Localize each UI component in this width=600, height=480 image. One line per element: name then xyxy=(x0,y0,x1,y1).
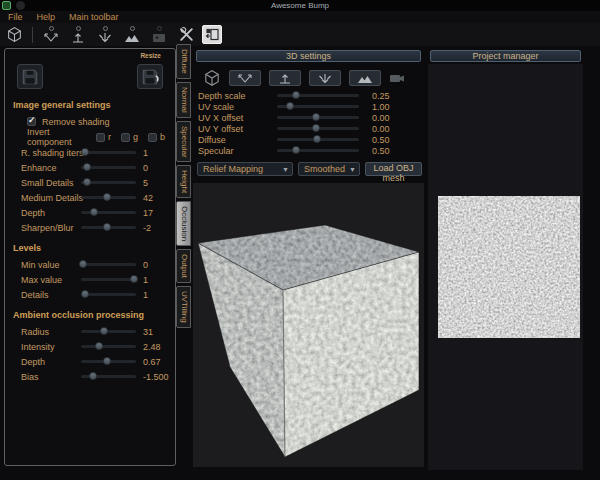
slider-handle[interactable] xyxy=(100,327,108,335)
slider-handle[interactable] xyxy=(90,208,98,216)
remove-shading-checkbox[interactable]: ✓ xyxy=(27,117,36,126)
show-normal-button[interactable] xyxy=(229,70,261,86)
cube-icon xyxy=(203,69,221,87)
load-obj-button[interactable]: Load OBJ mesh xyxy=(365,162,422,176)
cube-3d-icon[interactable] xyxy=(3,24,25,45)
intensity-slider[interactable] xyxy=(81,345,136,348)
bias-slider[interactable] xyxy=(81,375,136,378)
slider-handle[interactable] xyxy=(313,135,321,143)
min-value-slider[interactable] xyxy=(81,263,136,266)
radio-dot xyxy=(76,26,81,31)
camera-icon xyxy=(389,73,405,84)
height-map-icon[interactable] xyxy=(67,24,89,45)
radius-slider[interactable] xyxy=(81,330,136,333)
ao-depth-slider[interactable] xyxy=(81,360,136,363)
image-map-icon[interactable] xyxy=(148,24,170,45)
3d-settings-panel: 3D settings Depth scale 0.25 UV scale 1.… xyxy=(193,46,424,470)
slider-row: Depth 17 xyxy=(5,205,175,220)
slider-handle[interactable] xyxy=(103,223,111,231)
image-settings-panel: Resize Image general settings ✓ Remove s… xyxy=(4,48,176,466)
sharpen-blur-slider[interactable] xyxy=(81,226,136,229)
slider-row: UV scale 1.00 xyxy=(193,101,424,112)
toolbar-separator xyxy=(32,27,33,43)
slider-handle[interactable] xyxy=(83,178,91,186)
main-toolbar xyxy=(0,23,600,46)
invert-g-checkbox[interactable] xyxy=(121,133,130,142)
slider-handle[interactable] xyxy=(312,124,320,132)
slider-handle[interactable] xyxy=(130,275,138,283)
tab-diffuse[interactable]: Diffuse xyxy=(176,44,191,79)
uv-y-offset-slider[interactable] xyxy=(277,127,359,130)
slider-row: Depth scale 0.25 xyxy=(193,90,424,101)
tab-specular[interactable]: Specular xyxy=(176,121,191,163)
menu-main-toolbar[interactable]: Main toolbar xyxy=(69,12,119,22)
medium-details-slider[interactable] xyxy=(81,196,136,199)
invert-component-row: Invert component r g b xyxy=(5,129,175,145)
mesh-options-row: Relief Mapping ▼ SmoothedCube ▼ Load OBJ… xyxy=(193,156,424,176)
3d-viewport[interactable] xyxy=(193,183,424,467)
radio-dot xyxy=(157,26,162,31)
section-heading-ao: Ambient occlusion processing xyxy=(5,302,175,324)
slider-handle[interactable] xyxy=(79,260,87,268)
slider-row: UV X offset 0.00 xyxy=(193,112,424,123)
radio-dot xyxy=(130,26,135,31)
save-as-button[interactable] xyxy=(137,64,163,89)
mesh-combo[interactable]: SmoothedCube ▼ xyxy=(298,162,360,176)
slider-row: Diffuse 0.50 xyxy=(193,134,424,145)
project-manager-header[interactable]: Project manager xyxy=(430,50,581,62)
small-details-slider[interactable] xyxy=(81,181,136,184)
tab-output[interactable]: Output xyxy=(176,249,191,283)
slider-row: Sharpen/Blur -2 xyxy=(5,220,175,235)
menu-file[interactable]: File xyxy=(8,12,23,22)
specular-map-icon[interactable] xyxy=(94,24,116,45)
details-slider[interactable] xyxy=(81,293,136,296)
enhance-slider[interactable] xyxy=(81,166,136,169)
toggle-panel-icon[interactable] xyxy=(202,25,222,44)
max-value-slider[interactable] xyxy=(81,278,136,281)
stone-cube-render xyxy=(193,183,424,467)
occlusion-map-icon[interactable] xyxy=(121,24,143,45)
tab-normal[interactable]: Normal xyxy=(176,82,191,118)
tools-icon[interactable] xyxy=(175,24,197,45)
save-button-row xyxy=(5,62,175,92)
r-shading-iters-slider[interactable] xyxy=(81,151,136,154)
tab-height[interactable]: Height xyxy=(176,165,191,198)
depth-scale-slider[interactable] xyxy=(277,94,359,97)
section-heading-general: Image general settings xyxy=(5,92,175,114)
3d-settings-header[interactable]: 3D settings xyxy=(196,50,421,62)
slider-row: Radius 31 xyxy=(5,324,175,339)
slider-handle[interactable] xyxy=(81,290,89,298)
diffuse-slider[interactable] xyxy=(277,138,359,141)
slider-handle[interactable] xyxy=(81,148,89,156)
show-specular-button[interactable] xyxy=(309,70,341,86)
radio-dot xyxy=(103,26,108,31)
invert-b-checkbox[interactable] xyxy=(148,133,157,142)
show-occlusion-button[interactable] xyxy=(349,70,381,86)
normal-map-icon[interactable] xyxy=(40,24,62,45)
radio-dot xyxy=(49,26,54,31)
shading-method-combo[interactable]: Relief Mapping ▼ xyxy=(197,162,293,176)
slider-row: R. shading iters 1 xyxy=(5,145,175,160)
tab-uvtilling[interactable]: UVTilling xyxy=(176,286,191,328)
slider-handle[interactable] xyxy=(292,146,300,154)
slider-handle[interactable] xyxy=(312,113,320,121)
slider-handle[interactable] xyxy=(95,342,103,350)
occlusion-texture-preview xyxy=(438,196,580,338)
specular-slider[interactable] xyxy=(277,149,359,152)
slider-handle[interactable] xyxy=(103,193,111,201)
depth-slider[interactable] xyxy=(81,211,136,214)
texture-tabs: Diffuse Normal Specular Height Occlusion… xyxy=(176,44,191,328)
slider-handle[interactable] xyxy=(286,102,294,110)
show-height-button[interactable] xyxy=(269,70,301,86)
menu-help[interactable]: Help xyxy=(37,12,56,22)
slider-handle[interactable] xyxy=(89,372,97,380)
uv-x-offset-slider[interactable] xyxy=(277,116,359,119)
slider-handle[interactable] xyxy=(292,91,300,99)
slider-handle[interactable] xyxy=(83,163,91,171)
tab-occlusion[interactable]: Occlusion xyxy=(176,201,191,246)
slider-row: Depth 0.67 xyxy=(5,354,175,369)
invert-r-checkbox[interactable] xyxy=(96,133,105,142)
save-image-button[interactable] xyxy=(17,64,43,89)
uv-scale-slider[interactable] xyxy=(277,105,359,108)
slider-handle[interactable] xyxy=(103,357,111,365)
